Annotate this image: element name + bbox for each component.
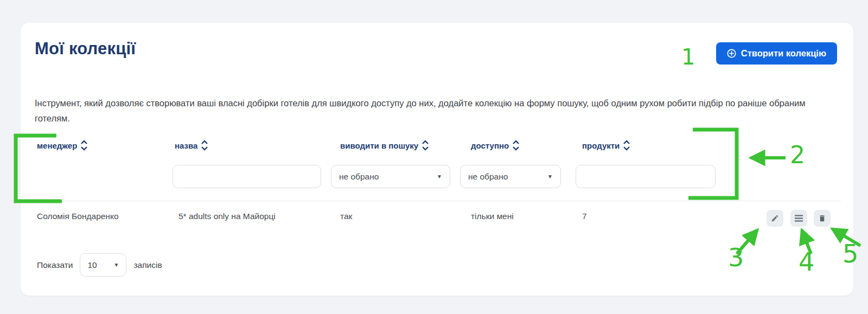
- trash-icon: [818, 214, 826, 222]
- column-header-products[interactable]: продукти: [582, 139, 630, 151]
- row-cell-show-in-search: так: [340, 208, 352, 225]
- column-label: менеджер: [37, 141, 77, 150]
- chevron-down-icon: ▼: [547, 174, 553, 180]
- page-size-select[interactable]: 10 ▼: [80, 253, 126, 277]
- filter-name-input[interactable]: [173, 165, 321, 188]
- column-header-manager[interactable]: менеджер: [37, 139, 88, 151]
- sort-icon: [80, 139, 88, 151]
- pagination-bar: Показати 10 ▼ записів: [37, 253, 162, 277]
- edit-collection-button[interactable]: [767, 210, 783, 227]
- column-header-name[interactable]: назва: [175, 139, 208, 151]
- plus-circle-icon: [727, 49, 736, 58]
- column-label: виводити в пошуку: [340, 141, 418, 150]
- create-collection-label: Створити колекцію: [741, 48, 826, 59]
- list-icon: [794, 214, 803, 222]
- column-label: доступно: [471, 141, 509, 150]
- edit-pencil-icon: [771, 214, 779, 222]
- row-cell-products: 7: [582, 208, 587, 225]
- sort-icon: [422, 139, 429, 151]
- show-label: Показати: [37, 260, 73, 270]
- sort-icon: [512, 139, 520, 151]
- row-cell-available: тільки мені: [471, 208, 514, 225]
- collections-description: Інструмент, який дозволяє створювати ваш…: [35, 95, 820, 126]
- records-label: записів: [133, 260, 162, 270]
- selected-option: не обрано: [468, 172, 508, 182]
- column-header-available[interactable]: доступно: [471, 139, 520, 151]
- page-title: Мої колекції: [35, 39, 136, 59]
- sort-icon: [623, 139, 630, 151]
- column-header-show-in-search[interactable]: виводити в пошуку: [340, 139, 429, 151]
- delete-collection-button[interactable]: [814, 210, 831, 227]
- create-collection-button[interactable]: Створити колекцію: [716, 42, 837, 65]
- table-divider: [33, 201, 841, 201]
- row-cell-manager: Соломія Бондаренко: [37, 208, 119, 225]
- selected-option: не обрано: [339, 172, 379, 182]
- filter-show-in-search-select[interactable]: не обрано ▼: [331, 165, 450, 188]
- row-cell-name: 5* adults only на Майорці: [178, 208, 276, 225]
- page-size-value: 10: [87, 260, 97, 270]
- column-label: продукти: [582, 141, 620, 150]
- collection-items-button[interactable]: [790, 210, 807, 227]
- my-collections-card: Мої колекції Створити колекцію Інструмен…: [21, 23, 853, 296]
- filter-available-select[interactable]: не обрано ▼: [460, 165, 561, 188]
- chevron-down-icon: ▼: [114, 262, 119, 268]
- filter-products-input[interactable]: [576, 165, 716, 188]
- sort-icon: [201, 139, 208, 151]
- chevron-down-icon: ▼: [437, 174, 442, 180]
- column-label: назва: [175, 141, 197, 150]
